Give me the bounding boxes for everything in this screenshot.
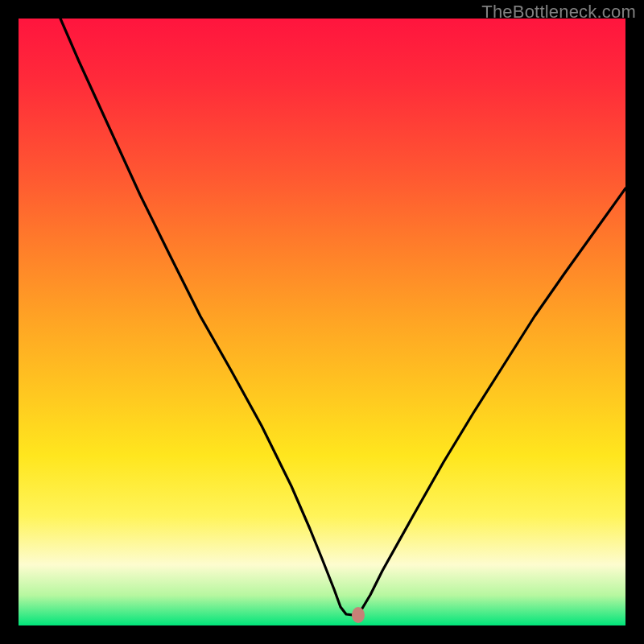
plot-area: [19, 19, 625, 625]
chart-frame: TheBottleneck.com: [0, 0, 644, 644]
watermark-text: TheBottleneck.com: [481, 2, 636, 23]
curve-path: [60, 19, 625, 615]
bottleneck-curve: [19, 19, 625, 625]
optimum-marker: [352, 607, 365, 623]
